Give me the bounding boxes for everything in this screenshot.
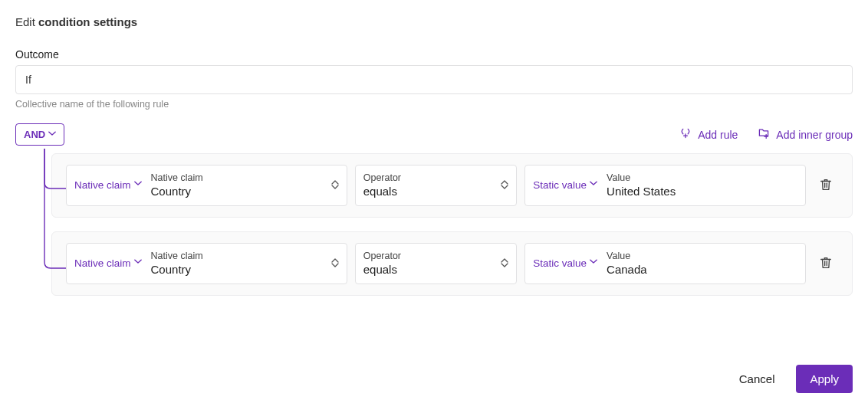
field-value: equals — [363, 263, 497, 276]
native-claim-chip[interactable]: Native claim — [74, 257, 142, 269]
rule-operator-field[interactable]: Operator equals — [355, 165, 518, 206]
rule-row: Native claim Native claim Country Operat… — [51, 153, 853, 218]
delete-rule-button[interactable] — [814, 175, 838, 197]
stepper-icon[interactable] — [331, 180, 339, 189]
chevron-down-icon — [134, 181, 142, 188]
add-rule-label: Add rule — [698, 129, 738, 141]
rule-right-field[interactable]: Static value Value United States — [524, 165, 806, 206]
chip-label: Native claim — [74, 179, 131, 191]
page-title: Edit condition settings — [15, 15, 853, 28]
field-label: Native claim — [151, 172, 327, 183]
title-bold: condition settings — [38, 15, 137, 28]
trash-icon — [819, 178, 833, 194]
field-value: Country — [151, 263, 327, 276]
chevron-down-icon — [590, 181, 597, 188]
add-rule-icon — [679, 127, 692, 142]
rule-operator-field[interactable]: Operator equals — [355, 243, 518, 284]
field-value: United States — [607, 185, 797, 198]
stepper-icon[interactable] — [501, 180, 508, 189]
field-label: Value — [607, 172, 797, 183]
logic-operator-dropdown[interactable]: AND — [15, 123, 64, 146]
cancel-button[interactable]: Cancel — [735, 372, 780, 386]
rule-left-field[interactable]: Native claim Native claim Country — [66, 243, 347, 284]
rule-right-field[interactable]: Static value Value Canada — [524, 243, 806, 284]
outcome-label: Outcome — [15, 48, 853, 61]
chevron-down-icon — [48, 131, 56, 139]
chevron-down-icon — [134, 259, 142, 267]
field-label: Operator — [363, 251, 497, 261]
field-value: Country — [151, 185, 327, 198]
field-label: Native claim — [151, 251, 327, 261]
field-label: Operator — [363, 172, 497, 183]
field-value: Canada — [607, 263, 797, 276]
rule-left-field[interactable]: Native claim Native claim Country — [66, 165, 347, 206]
title-prefix: Edit — [15, 15, 38, 28]
chip-label: Static value — [533, 257, 587, 269]
stepper-icon[interactable] — [501, 258, 508, 267]
chip-label: Static value — [533, 179, 587, 191]
add-inner-group-button[interactable]: Add inner group — [758, 127, 853, 142]
add-inner-group-label: Add inner group — [776, 129, 853, 141]
field-label: Value — [607, 251, 797, 261]
native-claim-chip[interactable]: Native claim — [74, 179, 142, 191]
field-value: equals — [363, 185, 497, 198]
rule-row: Native claim Native claim Country Operat… — [51, 231, 853, 296]
apply-button[interactable]: Apply — [796, 365, 853, 393]
stepper-icon[interactable] — [331, 258, 339, 267]
rules-tree: Native claim Native claim Country Operat… — [15, 153, 853, 296]
static-value-chip[interactable]: Static value — [533, 257, 597, 269]
chip-label: Native claim — [74, 257, 131, 269]
static-value-chip[interactable]: Static value — [533, 179, 597, 191]
logic-operator-label: AND — [24, 129, 45, 140]
outcome-input[interactable] — [15, 65, 853, 94]
outcome-hint: Collective name of the following rule — [15, 99, 853, 110]
add-rule-button[interactable]: Add rule — [679, 127, 738, 142]
delete-rule-button[interactable] — [814, 253, 838, 275]
chevron-down-icon — [590, 259, 597, 267]
add-inner-group-icon — [758, 127, 770, 142]
trash-icon — [819, 256, 833, 272]
